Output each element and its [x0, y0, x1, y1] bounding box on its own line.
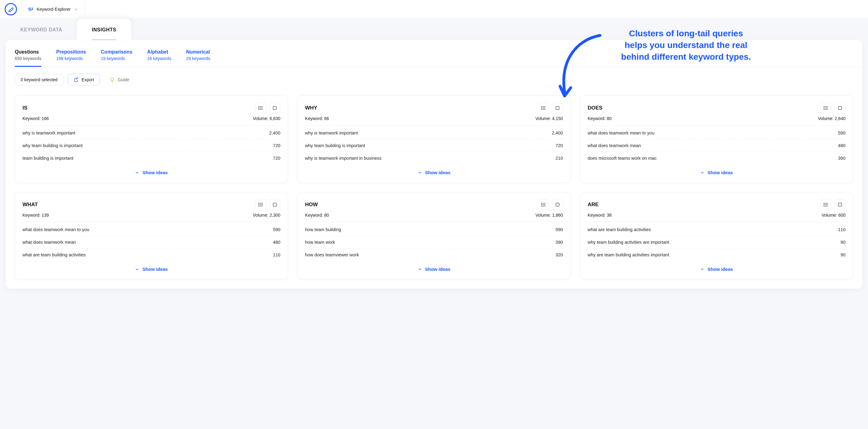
keyword-text: what are team building activities: [23, 252, 86, 257]
keyword-text: what does teamwork mean: [588, 143, 641, 148]
svg-point-15: [541, 109, 542, 110]
keyword-row[interactable]: why is teamwork important2,400: [305, 127, 563, 139]
show-ideas-button[interactable]: Show ideas: [588, 164, 845, 177]
guide-button[interactable]: Guide: [104, 74, 134, 85]
select-all-checkbox[interactable]: [834, 102, 845, 113]
selected-count-label: 0 keyword selected: [21, 77, 58, 82]
show-ideas-button[interactable]: Show ideas: [305, 261, 563, 273]
cat-count: 650 keywords: [15, 56, 41, 61]
select-all-checkbox[interactable]: [552, 102, 563, 113]
keyword-volume: 210: [555, 156, 563, 161]
show-ideas-button[interactable]: Show ideas: [305, 164, 563, 177]
show-ideas-label: Show ideas: [425, 266, 451, 272]
keyword-text: how does teamviewer work: [305, 252, 359, 257]
keyword-text: what does teamwork mean: [23, 240, 76, 245]
show-ideas-label: Show ideas: [142, 170, 168, 175]
keyword-text: why is teamwork important in business: [305, 156, 381, 161]
lightbulb-icon: [110, 77, 115, 82]
show-ideas-button[interactable]: Show ideas: [23, 261, 280, 273]
chevron-down-icon: [418, 267, 422, 271]
keyword-row[interactable]: why is teamwork important2,400: [23, 127, 280, 139]
select-all-checkbox[interactable]: [552, 199, 563, 210]
checkbox-icon: [838, 202, 842, 207]
card-title: WHAT: [23, 202, 38, 208]
cluster-card: WHAT Keyword: 139 Volume: 2,300 what doe…: [15, 192, 288, 279]
svg-point-42: [824, 204, 824, 205]
select-all-checkbox[interactable]: [834, 199, 845, 210]
cat-tab-numerical[interactable]: Numerical 29 keywords: [186, 49, 210, 67]
cat-tab-questions[interactable]: Questions 650 keywords: [15, 49, 41, 67]
list-view-button[interactable]: [255, 102, 266, 113]
card-volume: Volume: 6,630: [253, 116, 281, 121]
keyword-row[interactable]: how team building590: [305, 224, 563, 236]
annotation-line-2: helps you understand the real: [621, 39, 751, 51]
keyword-volume: 590: [555, 227, 563, 232]
cat-count: 198 keywords: [56, 56, 86, 61]
keyword-volume: 2,400: [269, 131, 280, 135]
selected-count-pill[interactable]: 0 keyword selected: [15, 74, 63, 86]
list-icon: [823, 202, 829, 207]
checkbox-icon: [555, 105, 560, 110]
keyword-row[interactable]: why are team building activities importa…: [588, 249, 845, 261]
keyword-text: what does teamwork mean to you: [23, 227, 89, 232]
keyword-volume: 90: [841, 252, 845, 257]
cluster-card: IS Keyword: 166 Volume: 6,630 why is tea…: [15, 95, 288, 183]
keyword-row[interactable]: why team building is important720: [23, 139, 280, 152]
keyword-row[interactable]: team building is important720: [23, 152, 280, 164]
export-button[interactable]: Export: [68, 74, 100, 86]
keyword-row[interactable]: what does teamwork mean480: [23, 236, 280, 249]
logo-icon: [5, 3, 17, 15]
show-ideas-button[interactable]: Show ideas: [23, 164, 280, 177]
select-all-checkbox[interactable]: [269, 102, 280, 113]
cat-tab-comparisons[interactable]: Comparisons 19 keywords: [101, 49, 132, 67]
guide-label: Guide: [118, 77, 129, 82]
keyword-volume: 390: [555, 240, 563, 245]
tab-insights[interactable]: INSIGHTS: [77, 19, 131, 40]
list-view-button[interactable]: [538, 102, 549, 113]
card-keyword-count: Keyword: 139: [23, 213, 49, 218]
toolbar: 0 keyword selected Export Guide: [5, 67, 863, 92]
svg-point-21: [824, 108, 824, 108]
show-ideas-label: Show ideas: [142, 266, 168, 272]
tool-selector[interactable]: Keyword Explorer: [22, 0, 85, 18]
svg-point-8: [259, 109, 259, 110]
cat-tab-alphabet[interactable]: Alphabet 16 keywords: [147, 49, 172, 67]
cluster-card: WHY Keyword: 66 Volume: 4,150 why is tea…: [297, 95, 570, 183]
keyword-row[interactable]: what are team building activities110: [588, 224, 845, 236]
keyword-volume: 110: [273, 252, 280, 257]
keyword-row[interactable]: what does teamwork mean to you590: [23, 224, 280, 236]
card-title: IS: [23, 105, 27, 111]
cat-name: Questions: [15, 49, 41, 55]
card-keyword-count: Keyword: 80: [588, 116, 612, 121]
cat-tab-prepositions[interactable]: Prepositions 198 keywords: [56, 49, 86, 67]
list-icon: [540, 202, 546, 207]
list-view-button[interactable]: [820, 199, 831, 210]
keyword-row[interactable]: does microsoft teams work on mac390: [588, 152, 845, 164]
keyword-row[interactable]: what does teamwork mean480: [588, 139, 845, 152]
list-view-button[interactable]: [538, 199, 549, 210]
card-keyword-count: Keyword: 166: [23, 116, 49, 121]
keyword-row[interactable]: how team work390: [305, 236, 563, 249]
keyword-row[interactable]: why team building is important720: [305, 139, 563, 152]
keyword-row[interactable]: what are team building activities110: [23, 249, 280, 261]
show-ideas-label: Show ideas: [708, 170, 733, 175]
cluster-card: HOW Keyword: 80 Volume: 1,860 how team b…: [297, 192, 570, 279]
svg-rect-9: [273, 106, 277, 110]
keyword-text: what are team building activities: [588, 227, 651, 232]
logo[interactable]: [0, 3, 22, 15]
keyword-row[interactable]: why team building activities are importa…: [588, 236, 845, 249]
show-ideas-button[interactable]: Show ideas: [588, 261, 845, 273]
tab-keyword-data[interactable]: KEYWORD DATA: [5, 19, 77, 40]
card-volume: Volume: 4,150: [535, 116, 563, 121]
chevron-down-icon: [700, 267, 705, 271]
keyword-row[interactable]: why is teamwork important in business210: [305, 152, 563, 164]
select-all-checkbox[interactable]: [269, 199, 280, 210]
list-view-button[interactable]: [820, 102, 831, 113]
keyword-volume: 590: [838, 131, 845, 135]
keyword-text: what does teamwork mean to you: [588, 131, 655, 135]
keyword-row[interactable]: how does teamviewer work320: [305, 249, 563, 261]
list-view-button[interactable]: [255, 199, 266, 210]
keyword-row[interactable]: what does teamwork mean to you590: [588, 127, 845, 139]
topbar: Keyword Explorer: [0, 0, 868, 19]
svg-point-22: [824, 109, 824, 110]
